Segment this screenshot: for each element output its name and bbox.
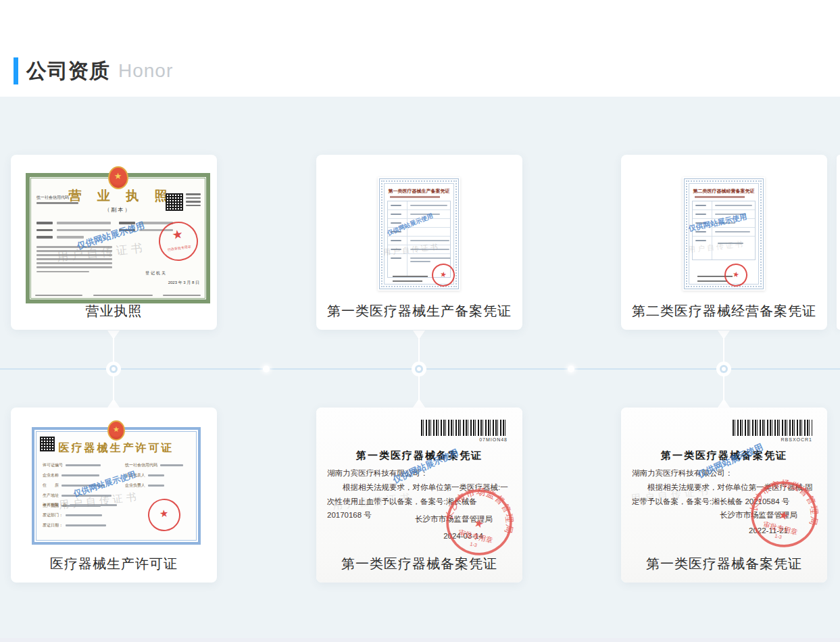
filing-number-line (695, 196, 745, 198)
barcode-icon (421, 420, 508, 436)
barcode-code: RBSXOCR1 (781, 437, 812, 442)
barcode-icon (733, 420, 812, 436)
credit-code-label: 统一社会信用代码 (36, 195, 78, 204)
section-subtitle: Honor (118, 60, 173, 82)
certificate-title: 第一类医疗器械生产备案凭证 (378, 188, 460, 195)
qr-code-icon (40, 437, 55, 451)
certificate-title: 医疗器械生产许可证 (34, 441, 198, 455)
certificate-table (692, 201, 756, 260)
license-fields (36, 222, 111, 243)
document-title: 第一类医疗器械备案凭证 (316, 449, 522, 462)
filing-department-line (393, 276, 428, 278)
qualification-card-business-license[interactable]: ★ 营 业 执 照 （副本） 统一社会信用代码 ★ 行政审批专用章 登记机关 (11, 155, 217, 330)
national-emblem-icon: ★ (108, 166, 128, 189)
company-name: 湖南力宾医疗科技有限公司： (632, 468, 733, 478)
svg-text:1-3: 1-3 (470, 541, 478, 548)
timeline-node (106, 362, 121, 376)
company-name: 湖南力宾医疗科技有限公司： (327, 468, 428, 478)
section-header: 公司资质 Honor (14, 55, 173, 87)
connector-arrow-bottom (107, 399, 120, 408)
timeline-node (412, 362, 426, 376)
timeline-dot (568, 366, 574, 372)
issue-date: 2023 年 3 月 8 日 (168, 280, 199, 286)
next-section-edge (0, 638, 840, 642)
filing-date-line (393, 280, 422, 282)
connector-arrow-top (718, 330, 730, 339)
barcode-code: 07MION48 (479, 437, 508, 442)
title-accent-bar (14, 57, 18, 84)
qr-side-text (186, 193, 201, 208)
timeline-dot (263, 366, 270, 372)
connector-arrow-top (107, 330, 120, 339)
filing-number-line (390, 196, 440, 198)
filing-certificate-image: 第二类医疗器械经营备案凭证 ★ 仅供网站展示使用 用户自传证书 (683, 177, 765, 291)
national-emblem-icon: ★ (107, 420, 125, 441)
qualification-card-production-filing[interactable]: 第一类医疗器械生产备案凭证 ★ 仅供网站展示使用 用户自传证书 第一类医疗器械生… (316, 155, 522, 330)
qualification-card-production-license[interactable]: ★ 医疗器械生产许可证 许可证编号 企业名称 住 所 生产地址 生产范围 统一社… (11, 408, 217, 583)
connector-arrow-bottom (413, 399, 425, 408)
next-card-peek[interactable] (837, 155, 840, 330)
card-caption: 第一类医疗器械备案凭证 (621, 555, 827, 573)
qr-code-icon (166, 193, 183, 211)
card-caption: 医疗器械生产许可证 (11, 555, 217, 573)
connector-arrow-top (413, 330, 425, 339)
card-caption: 营业执照 (11, 302, 217, 320)
section-title: 公司资质 (26, 57, 110, 85)
certificate-title: 第二类医疗器械经营备案凭证 (683, 188, 765, 195)
svg-text:★: ★ (472, 516, 485, 531)
filing-certificate-image: 第一类医疗器械生产备案凭证 ★ 仅供网站展示使用 用户自传证书 (378, 177, 460, 291)
registrar-label: 登记机关 (145, 270, 167, 276)
svg-text:1-3: 1-3 (774, 533, 783, 540)
production-license-image: ★ 医疗器械生产许可证 许可证编号 企业名称 住 所 生产地址 生产范围 统一社… (32, 427, 201, 545)
svg-text:★: ★ (777, 508, 790, 523)
business-scope-text (36, 246, 112, 275)
qualification-card-device-filing-2[interactable]: RBSXOCR1 第一类医疗器械备案凭证 湖南力宾医疗科技有限公司： 根据相关法… (621, 408, 827, 583)
official-seal-icon: ★ 行政审批专用章 (156, 219, 201, 264)
card-caption: 第一类医疗器械生产备案凭证 (316, 302, 522, 320)
card-caption: 第二类医疗器械经营备案凭证 (621, 302, 827, 320)
business-license-image: ★ 营 业 执 照 （副本） 统一社会信用代码 ★ 行政审批专用章 登记机关 (26, 173, 210, 303)
timeline-node (716, 362, 731, 376)
license-footer-text (35, 295, 201, 297)
qualification-card-operation-filing[interactable]: 第二类医疗器械经营备案凭证 ★ 仅供网站展示使用 用户自传证书 第二类医疗器械经… (621, 155, 827, 330)
document-title: 第一类医疗器械备案凭证 (621, 449, 827, 462)
filing-date-line (697, 280, 727, 282)
license-fields-right: 统一社会信用代码 法定代表人 企业负责人 (125, 462, 198, 493)
connector-arrow-bottom (718, 399, 730, 408)
qualification-card-device-filing-1[interactable]: 07MION48 第一类医疗器械备案凭证 湖南力宾医疗科技有限公司： 根据相关法… (316, 408, 522, 583)
